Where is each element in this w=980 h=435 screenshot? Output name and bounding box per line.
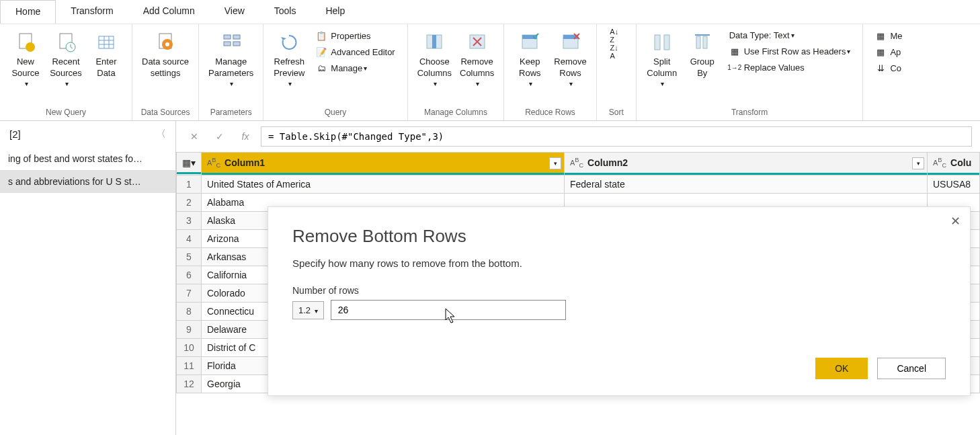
refresh-icon (279, 30, 299, 55)
manage-parameters-icon (221, 30, 241, 55)
row-number: 8 (177, 302, 202, 320)
row-number: 9 (177, 320, 202, 338)
split-column-button[interactable]: Split Column▾ (642, 27, 682, 91)
svg-rect-13 (224, 42, 231, 46)
menu-tools[interactable]: Tools (259, 0, 311, 24)
dialog-subtitle: Specify how many rows to remove from the… (292, 258, 946, 269)
column-header-2[interactable]: ABC Column2 ▾ (565, 153, 928, 175)
svg-rect-12 (224, 35, 231, 39)
filter-col2-button[interactable]: ▾ (912, 157, 924, 169)
choose-columns-button[interactable]: Choose Columns▾ (413, 27, 456, 91)
merge-icon: ▦ (875, 30, 886, 41)
table-corner[interactable]: ▦▾ (177, 153, 202, 175)
number-of-rows-label: Number of rows (292, 285, 946, 296)
column-header-3[interactable]: ABC Colu (928, 153, 980, 175)
remove-columns-button[interactable]: Remove Columns▾ (456, 27, 498, 91)
sort-asc-button[interactable]: A↓Z (605, 28, 628, 43)
cell-col3[interactable]: USUSA8 (928, 175, 980, 193)
formula-commit-button[interactable]: ✓ (210, 126, 230, 147)
row-number: 12 (177, 374, 202, 393)
cancel-button[interactable]: Cancel (877, 358, 946, 379)
manage-button[interactable]: 🗂Manage▾ (312, 61, 399, 75)
refresh-preview-button[interactable]: Refresh Preview▾ (269, 27, 309, 91)
filter-col1-button[interactable]: ▾ (549, 157, 561, 169)
row-number: 10 (177, 338, 202, 356)
query-item-0[interactable]: ing of best and worst states fo… (0, 147, 175, 170)
enter-data-icon (96, 30, 116, 55)
menu-home[interactable]: Home (0, 0, 56, 24)
remove-rows-button[interactable]: Remove Rows▾ (550, 27, 590, 91)
svg-rect-23 (655, 35, 660, 50)
append-button[interactable]: ▦Ap (871, 44, 906, 59)
data-type-button[interactable]: Data Type: Text▾ (725, 28, 855, 42)
data-source-settings-icon (155, 30, 175, 55)
row-number: 7 (177, 284, 202, 302)
recent-sources-icon (56, 30, 76, 55)
type-icon: ABC (207, 157, 220, 169)
keep-rows-icon (520, 30, 540, 55)
menu-view[interactable]: View (210, 0, 259, 24)
replace-icon: 1→2 (729, 62, 740, 73)
data-source-settings-button[interactable]: Data source settings (138, 27, 193, 82)
group-label-sort: Sort (602, 106, 630, 119)
enter-data-button[interactable]: Enter Data (86, 27, 126, 82)
query-item-1[interactable]: s and abbreviations for U S st… (0, 170, 175, 193)
svg-point-11 (165, 42, 169, 46)
column-header-1[interactable]: ABC Column1 ▾ (202, 153, 565, 175)
dialog-title: Remove Bottom Rows (292, 226, 946, 247)
table-row[interactable]: 1 United States of America Federal state… (177, 175, 980, 193)
keep-rows-button[interactable]: Keep Rows▾ (509, 27, 550, 91)
group-by-button[interactable]: Group By (682, 27, 723, 82)
svg-rect-4 (99, 36, 114, 48)
first-row-headers-button[interactable]: ▦Use First Row as Headers▾ (725, 44, 855, 58)
row-number: 11 (177, 356, 202, 374)
remove-bottom-rows-dialog: ✕ Remove Bottom Rows Specify how many ro… (268, 206, 971, 396)
formula-input[interactable] (261, 126, 972, 147)
cell-col1[interactable]: United States of America (202, 175, 565, 193)
combine-button[interactable]: ⇊Co (871, 61, 906, 75)
advanced-editor-button[interactable]: 📝Advanced Editor (312, 44, 399, 59)
close-icon[interactable]: ✕ (950, 214, 961, 229)
formula-fx-label: fx (235, 126, 255, 147)
properties-button[interactable]: 📋Properties (312, 28, 399, 43)
cell-col2[interactable]: Federal state (565, 175, 928, 193)
group-by-icon (692, 30, 712, 55)
group-label-manage-columns: Manage Columns (413, 106, 499, 119)
formula-bar: ✕ ✓ fx (176, 121, 980, 152)
properties-icon: 📋 (316, 30, 327, 41)
group-label-parameters: Parameters (204, 106, 257, 119)
manage-parameters-button[interactable]: Manage Parameters▾ (204, 27, 257, 91)
row-number: 4 (177, 229, 202, 247)
formula-cancel-button[interactable]: ✕ (184, 126, 204, 147)
group-label-transform: Transform (642, 106, 858, 119)
group-label-reduce-rows: Reduce Rows (509, 106, 590, 119)
collapse-panel-button[interactable]: 〈 (156, 128, 166, 141)
recent-sources-button[interactable]: Recent Sources▾ (46, 27, 86, 91)
queries-panel: [2] 〈 ing of best and worst states fo… s… (0, 121, 176, 435)
menu-help[interactable]: Help (311, 0, 360, 24)
number-of-rows-input[interactable] (331, 300, 566, 320)
type-icon: ABC (570, 157, 583, 169)
merge-button[interactable]: ▦Me (871, 28, 906, 43)
svg-rect-15 (233, 42, 240, 46)
row-number: 6 (177, 266, 202, 284)
group-label-new-query: New Query (5, 106, 126, 119)
new-source-button[interactable]: New Source▾ (5, 27, 46, 91)
svg-rect-24 (664, 35, 669, 50)
sort-desc-button[interactable]: Z↓A (605, 44, 628, 59)
sort-desc-icon: Z↓A (609, 46, 620, 57)
svg-rect-25 (696, 36, 700, 48)
query-count: [2] (9, 128, 21, 140)
menu-transform[interactable]: Transform (56, 0, 128, 24)
svg-point-1 (26, 42, 35, 52)
group-label-data-sources: Data Sources (138, 106, 193, 119)
menu-add-column[interactable]: Add Column (128, 0, 210, 24)
ok-button[interactable]: OK (815, 358, 868, 379)
remove-rows-icon (561, 30, 581, 55)
combine-icon: ⇊ (875, 63, 886, 73)
replace-values-button[interactable]: 1→2Replace Values (725, 60, 855, 75)
row-number: 1 (177, 175, 202, 193)
group-label-query: Query (269, 106, 401, 119)
sort-asc-icon: A↓Z (609, 30, 620, 41)
value-type-select[interactable]: 1.2 ▾ (292, 301, 324, 319)
